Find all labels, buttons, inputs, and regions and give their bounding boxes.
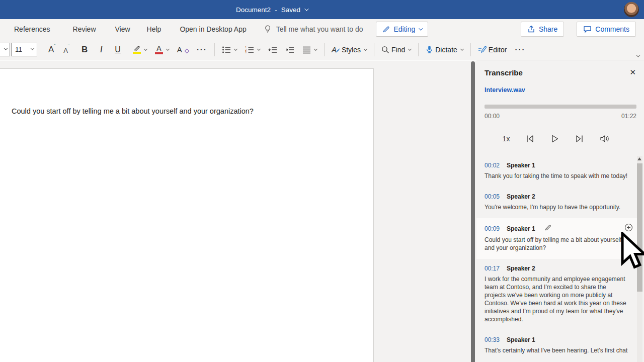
entry-text: You're welcome, I'm happy to have the op… [485, 203, 629, 211]
audio-progress-bar[interactable] [485, 105, 636, 109]
svg-text:3: 3 [245, 51, 247, 54]
playback-speed-button[interactable]: 1x [503, 135, 510, 143]
transcript-list: 00:02 Speaker 1 Thank you for taking the… [476, 156, 637, 362]
italic-button[interactable]: I [96, 42, 107, 58]
font-color-button[interactable]: A [151, 42, 173, 58]
entry-speaker: Speaker 2 [507, 193, 535, 200]
font-name-dropdown[interactable] [0, 43, 10, 56]
save-status: Saved [281, 6, 300, 14]
entry-speaker: Speaker 2 [507, 265, 535, 272]
align-justify-icon [302, 46, 311, 54]
font-size-value: 11 [15, 46, 22, 53]
search-icon [381, 46, 389, 54]
numbered-list-icon: 123 [245, 46, 254, 54]
pencil-icon [382, 26, 390, 33]
comments-label: Comments [595, 25, 629, 33]
tab-view[interactable]: View [108, 25, 138, 33]
share-icon [527, 25, 535, 33]
add-to-document-button[interactable] [624, 223, 633, 233]
transcript-entry[interactable]: 00:05 Speaker 2 You're welcome, I'm happ… [476, 187, 637, 218]
bullet-list-icon [222, 46, 231, 54]
tab-review[interactable]: Review [65, 25, 104, 33]
tab-help[interactable]: Help [139, 25, 169, 33]
comments-button[interactable]: Comments [577, 22, 636, 37]
transcribe-pane: Transcribe ✕ Interview.wav 00:00 01:22 1… [476, 60, 644, 362]
highlighter-icon [133, 45, 141, 51]
tab-references[interactable]: References [7, 25, 58, 33]
numbered-list-button[interactable]: 123 [241, 42, 264, 58]
chevron-down-icon[interactable] [304, 7, 308, 11]
collapse-ribbon-chevron[interactable] [636, 50, 639, 59]
entry-speaker: Speaker 1 [507, 225, 535, 232]
entry-timestamp: 00:17 [485, 265, 507, 272]
decrease-indent-icon [268, 46, 277, 54]
shrink-font-button[interactable]: Aˇ [59, 42, 73, 58]
transcript-entry[interactable]: 00:02 Speaker 1 Thank you for taking the… [476, 156, 637, 187]
title-separator: - [275, 6, 277, 14]
entry-timestamp: 00:05 [485, 193, 507, 200]
increase-indent-icon [285, 46, 294, 54]
share-label: Share [539, 25, 557, 33]
clear-formatting-button[interactable]: A [173, 42, 193, 58]
microphone-icon [426, 45, 433, 54]
divider [418, 43, 419, 56]
alignment-button[interactable] [298, 42, 321, 58]
more-toolbar-options-button[interactable]: ··· [511, 42, 529, 58]
bullet-list-button[interactable] [218, 42, 241, 58]
divider [374, 43, 374, 56]
transcript-entry[interactable]: 00:17 Speaker 2 I work for the community… [476, 259, 637, 330]
entry-speaker: Speaker 1 [507, 162, 535, 169]
close-pane-button[interactable]: ✕ [629, 68, 636, 77]
entry-text: Thank you for taking the time to speak w… [485, 172, 629, 180]
document-text[interactable]: Could you start off by telling me a bit … [12, 107, 344, 115]
edit-entry-button[interactable] [544, 224, 551, 233]
find-label: Find [391, 46, 405, 54]
find-button[interactable]: Find [377, 42, 415, 58]
document-name: Document2 [236, 6, 271, 14]
grow-font-button[interactable]: Aˆ [44, 42, 59, 58]
lightbulb-icon [264, 25, 272, 34]
styles-label: Styles [342, 46, 361, 54]
divider [214, 43, 215, 56]
skip-forward-button[interactable] [575, 134, 584, 143]
highlight-color-button[interactable] [129, 42, 151, 58]
scroll-up-arrow-icon[interactable] [637, 157, 641, 160]
underline-button[interactable]: U [111, 42, 125, 58]
volume-button[interactable] [600, 134, 610, 143]
entry-text: That's certainly what I've been hearing.… [485, 346, 629, 354]
entry-text: Could you start off by telling me a bit … [485, 236, 629, 252]
entry-timestamp: 00:09 [485, 225, 507, 232]
transcript-entry[interactable]: 00:09 Speaker 1 Could you start off by t… [476, 218, 637, 259]
document-scrollbar[interactable] [471, 61, 475, 362]
share-comments-group: Share Comments [521, 22, 636, 37]
editing-label: Editing [393, 25, 415, 33]
dictate-label: Dictate [435, 46, 457, 54]
audio-file-link[interactable]: Interview.wav [485, 86, 525, 94]
tell-me-box[interactable]: Tell me what you want to do [264, 25, 363, 34]
styles-button[interactable]: A Styles [328, 42, 371, 58]
transcript-scrollbar-thumb[interactable] [637, 163, 642, 292]
entry-timestamp: 00:33 [485, 336, 507, 343]
time-row: 00:00 01:22 [485, 113, 636, 120]
document-canvas: Could you start off by telling me a bit … [0, 61, 476, 362]
skip-back-button[interactable] [525, 134, 535, 143]
font-size-dropdown[interactable]: 11 [11, 43, 37, 56]
tell-me-label: Tell me what you want to do [276, 25, 363, 33]
more-font-options-button[interactable]: ··· [193, 42, 211, 58]
entry-text: I work for the community and employee en… [485, 275, 629, 323]
editor-label: Editor [489, 46, 507, 54]
dictate-button[interactable]: Dictate [422, 42, 467, 58]
bold-button[interactable]: B [77, 42, 92, 58]
document-title[interactable]: Document2 - Saved [0, 0, 543, 19]
increase-indent-button[interactable] [281, 42, 298, 58]
transcript-entry[interactable]: 00:33 Speaker 1 That's certainly what I'… [476, 330, 637, 361]
avatar[interactable] [624, 2, 639, 17]
play-button[interactable] [550, 134, 559, 143]
editing-mode-button[interactable]: Editing [376, 22, 428, 37]
decrease-indent-button[interactable] [264, 42, 281, 58]
divider [470, 43, 471, 56]
share-button[interactable]: Share [521, 22, 564, 37]
open-in-desktop-app[interactable]: Open in Desktop App [180, 25, 246, 33]
editor-button[interactable]: Editor [474, 42, 511, 58]
document-page[interactable]: Could you start off by telling me a bit … [0, 68, 374, 362]
